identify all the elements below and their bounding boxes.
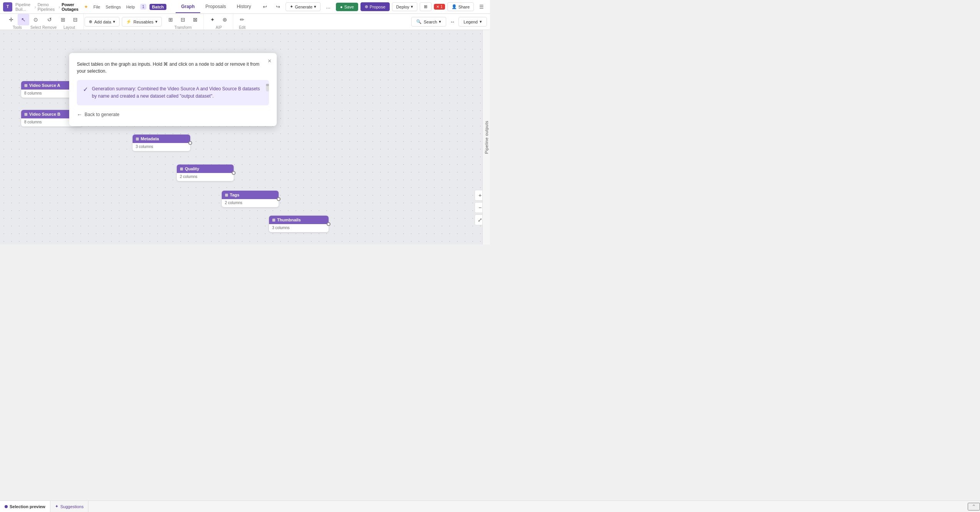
add-icon: ⊕ — [89, 19, 92, 24]
sidebar-toggle-button[interactable]: ☰ — [476, 2, 487, 12]
breadcrumb-current: Power Outages — [61, 2, 82, 12]
save-icon: ● — [340, 5, 343, 9]
reusables-button[interactable]: ⚡ Reusables ▾ — [122, 17, 162, 27]
search-button[interactable]: 🔍 Search ▾ — [411, 17, 446, 27]
nav-actions: ↩ ↪ ✦ Generate ▾ ... ● Save ⊕ Propose De… — [259, 2, 487, 12]
error-badge[interactable]: ✕ 1 — [434, 4, 445, 10]
tool-wrap-remove: ↺ Remove — [42, 14, 56, 30]
share-button[interactable]: 👤 Share — [447, 2, 474, 11]
aip-btn1[interactable]: ✦ — [207, 14, 218, 25]
sparkle-icon: ✦ — [290, 4, 293, 9]
tab-graph[interactable]: Graph — [176, 1, 200, 13]
node-body: 2 columns — [222, 199, 279, 207]
reusables-icon: ⚡ — [126, 19, 131, 24]
layout-btn1[interactable]: ⊞ — [57, 14, 69, 25]
star-icon[interactable]: ★ — [84, 4, 88, 9]
node-output-connector[interactable] — [188, 141, 192, 145]
node-body: 3 columns — [133, 143, 190, 151]
user-icon: 👤 — [452, 4, 457, 9]
aip-group: ✦ ⊛ AIP — [204, 14, 233, 30]
grid-button[interactable]: ⊞ — [420, 2, 432, 11]
tool-wrap-move: ✛ ↖ Tools — [5, 14, 29, 30]
transform-btn3[interactable]: ⊠ — [189, 14, 201, 25]
select-button[interactable]: ⊙ — [30, 14, 42, 25]
propose-button[interactable]: ⊕ Propose — [360, 2, 390, 11]
undo-button[interactable]: ↩ — [259, 2, 270, 12]
node-metadata[interactable]: ⊞ Metadata 3 columns — [133, 135, 190, 151]
node-tags[interactable]: ⊞ Tags 2 columns — [222, 191, 279, 207]
help-menu-item[interactable]: Help — [124, 4, 137, 10]
aip-btn2[interactable]: ⊛ — [219, 14, 231, 25]
node-output-connector[interactable] — [232, 171, 236, 175]
transform-btn1[interactable]: ⊞ — [165, 14, 176, 25]
breadcrumb-sep1: › — [35, 5, 36, 9]
tools-group: ✛ ↖ Tools ⊙ Select ↺ Remove ⊞ ⊟ Layout — [3, 14, 84, 30]
tab-proposals[interactable]: Proposals — [200, 1, 231, 13]
node-quality[interactable]: ⊞ Quality 2 columns — [177, 165, 234, 181]
more-actions-button[interactable]: ... — [323, 2, 334, 12]
layout-btn2[interactable]: ⊟ — [70, 14, 81, 25]
transform-label: Transform — [174, 25, 192, 30]
breadcrumb-mid[interactable]: Demo Pipelines — [38, 2, 57, 12]
file-menu: File Settings Help — [91, 4, 137, 10]
dialog-summary: ✓ Generation summary: Combined the Video… — [77, 80, 269, 105]
top-nav: T Pipeline Buil... › Demo Pipelines › Po… — [0, 0, 490, 14]
transform-wrap: ⊞ ⊟ ⊠ Transform — [165, 14, 201, 30]
generate-button[interactable]: ✦ Generate ▾ — [286, 2, 321, 11]
node-output-connector[interactable] — [327, 222, 331, 226]
node-thumbnails[interactable]: ⊞ Thumbnails 3 columns — [269, 216, 329, 232]
add-data-button[interactable]: ⊕ Add data ▾ — [85, 17, 120, 27]
edit-wrap: ✏ Edit — [236, 14, 248, 30]
edit-button[interactable]: ✏ — [236, 14, 248, 25]
aip-wrap: ✦ ⊛ AIP — [207, 14, 231, 30]
edit-label: Edit — [239, 25, 246, 30]
search-dropdown-icon: ▾ — [439, 19, 441, 24]
remove-button[interactable]: ↺ — [44, 14, 55, 25]
right-sidebar: Pipeline outputs — [482, 30, 490, 244]
connect-button[interactable]: ↔ — [447, 17, 458, 27]
node-label: Video Source A — [29, 83, 60, 88]
deploy-button[interactable]: Deploy ▾ — [392, 2, 417, 11]
move-tool-button[interactable]: ✛ — [5, 14, 17, 25]
node-body: 2 columns — [177, 173, 234, 181]
tools-label: Tools — [13, 25, 22, 30]
transform-btn2[interactable]: ⊟ — [177, 14, 189, 25]
select-label: Select — [30, 25, 41, 30]
node-label: Thumbnails — [277, 218, 301, 222]
node-label: Tags — [230, 193, 239, 197]
cursor-tool-button[interactable]: ↖ — [18, 14, 29, 25]
file-menu-item[interactable]: File — [91, 4, 103, 10]
toolbar: ✛ ↖ Tools ⊙ Select ↺ Remove ⊞ ⊟ Layout ⊕… — [0, 14, 490, 30]
search-icon: 🔍 — [416, 19, 422, 24]
redo-button[interactable]: ↪ — [272, 2, 283, 12]
tab-history[interactable]: History — [231, 1, 256, 13]
canvas-area[interactable]: ⊞ Video Source A 8 columns ⊞ Video Sourc… — [0, 30, 490, 244]
save-button[interactable]: ● Save — [336, 3, 358, 11]
aip-label: AIP — [216, 25, 222, 30]
summary-text: Generation summary: Combined the Video S… — [92, 85, 263, 100]
transform-group: ⊞ ⊟ ⊠ Transform — [163, 14, 204, 30]
close-icon: ✕ — [436, 5, 439, 9]
breadcrumb-root[interactable]: Pipeline Buil... — [15, 2, 33, 12]
node-label: Metadata — [141, 136, 159, 141]
node-output-connector[interactable] — [277, 197, 281, 201]
settings-menu-item[interactable]: Settings — [103, 4, 123, 10]
batch-badge[interactable]: Batch — [149, 4, 167, 10]
node-icon: ⊞ — [24, 83, 27, 88]
tool-wrap-select: ⊙ Select — [30, 14, 42, 30]
node-icon: ⊞ — [225, 193, 228, 197]
propose-icon: ⊕ — [365, 4, 368, 9]
app-logo: T — [3, 2, 12, 12]
back-to-generate-button[interactable]: ← Back to generate — [77, 111, 120, 118]
dialog-instruction: Select tables on the graph as inputs. Ho… — [77, 61, 269, 75]
legend-dropdown-icon: ▾ — [480, 19, 482, 24]
node-label: Video Source B — [29, 112, 60, 116]
dialog-close-button[interactable]: × — [268, 58, 271, 65]
node-icon: ⊞ — [24, 112, 27, 116]
breadcrumb-sep2: › — [58, 5, 60, 9]
check-icon: ✓ — [83, 86, 88, 93]
edit-group: ✏ Edit — [234, 14, 250, 30]
node-icon: ⊞ — [272, 218, 275, 222]
deploy-dropdown-icon: ▾ — [411, 4, 413, 9]
legend-button[interactable]: Legend ▾ — [458, 17, 487, 27]
